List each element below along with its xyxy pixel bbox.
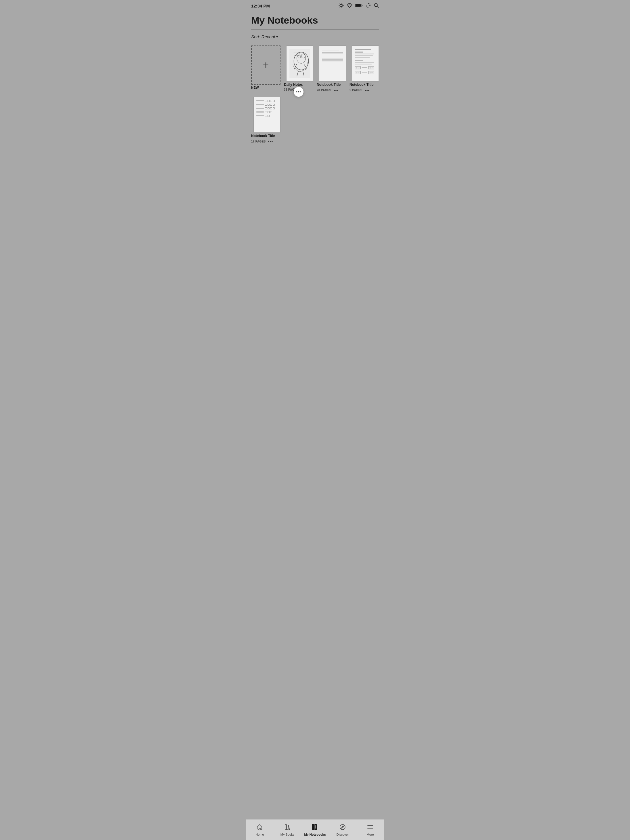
sync-icon bbox=[365, 3, 371, 9]
nav-my-notebooks-label: My Notebooks bbox=[304, 833, 326, 836]
checkbox-row bbox=[256, 104, 277, 106]
nav-my-books-label: My Books bbox=[280, 833, 294, 836]
line bbox=[322, 63, 343, 63]
svg-line-6 bbox=[342, 6, 343, 7]
cb-box bbox=[270, 111, 272, 113]
line bbox=[322, 64, 343, 64]
daily-notes-card[interactable] bbox=[286, 46, 313, 82]
cb-label bbox=[256, 111, 264, 112]
nav-my-notebooks[interactable]: My Notebooks bbox=[301, 821, 329, 838]
nav-home[interactable]: Home bbox=[246, 821, 274, 838]
notebook-lined-pages: 20 PAGES bbox=[317, 88, 331, 92]
svg-rect-24 bbox=[285, 824, 287, 830]
cb-boxes bbox=[265, 111, 272, 113]
notebook-toolkits-meta: 5 PAGES ••• bbox=[350, 88, 379, 93]
cb-box bbox=[265, 107, 267, 109]
discover-icon bbox=[339, 824, 346, 832]
line bbox=[322, 60, 343, 61]
cb-label bbox=[256, 104, 264, 105]
notebook-toolkits-title: Notebook Title bbox=[350, 83, 379, 87]
svg-point-33 bbox=[315, 825, 316, 826]
daily-notes-item: Daily Notes 33 PAGES bbox=[284, 46, 313, 91]
notebook-grid: + NEW bbox=[251, 46, 379, 144]
tk-line bbox=[355, 54, 374, 54]
nav-more[interactable]: More bbox=[356, 821, 384, 838]
notebooks-icon bbox=[311, 824, 319, 832]
cb-box bbox=[268, 111, 269, 113]
books-icon bbox=[284, 824, 291, 832]
tk-section bbox=[355, 52, 363, 53]
lined-notebook-lines bbox=[321, 47, 344, 79]
svg-point-30 bbox=[313, 826, 313, 827]
tk-box: ▢ opt bbox=[368, 66, 374, 69]
cb-box bbox=[268, 100, 269, 102]
sort-label: Sort: Recent bbox=[251, 34, 275, 39]
cb-box bbox=[273, 100, 275, 102]
tk-title bbox=[355, 49, 371, 50]
daily-notes-more-button[interactable]: ••• bbox=[294, 87, 304, 97]
sort-control[interactable]: Sort: Recent ▾ bbox=[251, 34, 379, 39]
notebook-checkbox-card[interactable] bbox=[254, 97, 280, 133]
main-content: My Notebooks Sort: Recent ▾ + NEW bbox=[246, 11, 384, 840]
nav-home-label: Home bbox=[255, 833, 264, 836]
cb-boxes bbox=[265, 104, 275, 106]
nav-discover[interactable]: Discover bbox=[329, 821, 356, 838]
status-icons bbox=[339, 3, 379, 9]
line bbox=[322, 65, 343, 65]
notebook-toolkits-card[interactable]: ▢ opt ▢ opt ▢ opt ▢ opt bbox=[352, 46, 379, 82]
tk-box: ▢ opt bbox=[355, 71, 361, 74]
notebook-checkbox-content bbox=[254, 97, 280, 133]
new-notebook-button[interactable]: + bbox=[251, 46, 280, 85]
checkbox-row bbox=[256, 111, 277, 113]
new-notebook-item: + NEW bbox=[251, 46, 280, 93]
cb-label bbox=[256, 115, 264, 116]
search-icon[interactable] bbox=[374, 3, 379, 9]
tk-box: ▢ opt bbox=[355, 66, 361, 69]
tk-box-row: ▢ opt ▢ opt bbox=[355, 66, 376, 69]
tk-line bbox=[355, 57, 370, 58]
page-title: My Notebooks bbox=[251, 15, 379, 26]
svg-line-8 bbox=[339, 6, 340, 7]
notebook-toolkits-content: ▢ opt ▢ opt ▢ opt ▢ opt bbox=[352, 46, 379, 81]
svg-line-7 bbox=[342, 4, 343, 4]
svg-point-34 bbox=[315, 826, 316, 827]
cb-label bbox=[256, 108, 264, 109]
notebook-lined-meta: 20 PAGES ••• bbox=[317, 88, 346, 93]
line bbox=[322, 56, 343, 56]
svg-point-32 bbox=[313, 829, 313, 829]
line bbox=[322, 54, 343, 54]
battery-icon bbox=[355, 3, 363, 8]
tk-arrow bbox=[362, 72, 367, 73]
cb-box bbox=[268, 104, 269, 106]
svg-rect-14 bbox=[290, 49, 310, 78]
checkbox-row bbox=[256, 115, 277, 117]
notebook-lined-more-button[interactable]: ••• bbox=[334, 88, 339, 93]
line bbox=[322, 52, 343, 53]
nav-my-books[interactable]: My Books bbox=[274, 821, 301, 838]
cb-box bbox=[270, 107, 272, 109]
tk-arrow bbox=[362, 67, 367, 68]
cb-box bbox=[268, 107, 269, 109]
toolkits-notebook-content: ▢ opt ▢ opt ▢ opt ▢ opt bbox=[354, 47, 377, 79]
notebook-checkbox-pages: 17 PAGES bbox=[251, 140, 266, 143]
brightness-icon bbox=[339, 3, 344, 9]
nav-discover-label: Discover bbox=[337, 833, 349, 836]
svg-line-13 bbox=[377, 6, 379, 8]
cb-box bbox=[265, 115, 267, 117]
notebook-checkbox-more-button[interactable]: ••• bbox=[268, 139, 273, 144]
cb-boxes bbox=[265, 100, 275, 102]
checkbox-row bbox=[256, 107, 277, 109]
daily-notes-title: Daily Notes bbox=[284, 83, 313, 87]
line bbox=[322, 55, 343, 55]
notebook-lined-card[interactable] bbox=[319, 46, 346, 82]
line bbox=[322, 59, 343, 60]
notebook-checkbox-title: Notebook Title bbox=[251, 134, 280, 138]
more-menu-icon bbox=[367, 824, 374, 832]
svg-point-31 bbox=[313, 827, 313, 828]
notebook-toolkits-more-button[interactable]: ••• bbox=[365, 88, 370, 93]
divider bbox=[251, 29, 379, 30]
line bbox=[322, 62, 343, 62]
line bbox=[322, 57, 343, 57]
cb-box bbox=[270, 100, 272, 102]
svg-point-36 bbox=[315, 829, 316, 829]
